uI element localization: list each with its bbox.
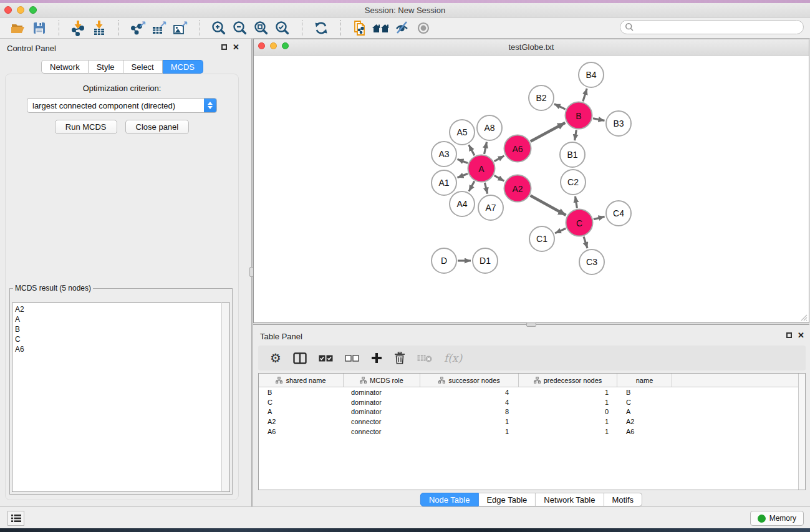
graph-edge[interactable] <box>554 104 566 109</box>
graph-edge[interactable] <box>458 173 468 177</box>
tab-mcds[interactable]: MCDS <box>163 60 203 74</box>
function-builder-icon[interactable]: f(x) <box>444 352 462 364</box>
table-row[interactable]: A6connector11A6 <box>259 427 805 437</box>
graph-edge[interactable] <box>584 236 587 248</box>
export-network-button[interactable]: ↗ <box>127 19 148 37</box>
close-table-panel-icon[interactable]: ✕ <box>798 331 804 339</box>
zoom-out-button[interactable] <box>229 19 251 37</box>
result-item[interactable]: B <box>15 324 229 334</box>
graph-edge[interactable] <box>576 196 577 208</box>
table-options-gear-icon[interactable]: ⚙ <box>270 352 281 364</box>
graph-node-B4[interactable]: B4 <box>578 62 604 88</box>
tab-edge-table[interactable]: Edge Table <box>478 493 536 506</box>
save-session-button[interactable] <box>29 19 50 37</box>
graph-edge[interactable] <box>594 216 605 219</box>
graph-node-C2[interactable]: C2 <box>560 169 586 195</box>
import-network-button[interactable] <box>67 19 89 37</box>
graph-edge[interactable] <box>593 118 605 121</box>
graph-edge[interactable] <box>575 130 577 140</box>
graph-edge[interactable] <box>485 142 487 154</box>
search-field[interactable] <box>620 20 804 34</box>
graph-node-B1[interactable]: B1 <box>559 142 586 168</box>
tab-network-table[interactable]: Network Table <box>536 493 604 506</box>
close-panel-icon[interactable]: ✕ <box>233 43 239 51</box>
graph-node-B2[interactable]: B2 <box>528 85 554 111</box>
graph-node-D1[interactable]: D1 <box>472 248 498 274</box>
table-scrollbar[interactable] <box>798 374 805 490</box>
graph-node-A[interactable]: A <box>468 155 496 183</box>
float-table-panel-icon[interactable] <box>786 332 792 338</box>
graph-node-B[interactable]: B <box>565 102 593 130</box>
graph-node-C1[interactable]: C1 <box>529 226 555 252</box>
export-table-button[interactable]: ↗ <box>148 19 170 37</box>
graph-node-A7[interactable]: A7 <box>478 195 504 221</box>
unselect-all-columns-icon[interactable] <box>345 355 359 362</box>
graph-edge[interactable] <box>469 145 475 155</box>
tab-network[interactable]: Network <box>41 60 89 74</box>
result-item[interactable]: A6 <box>15 344 229 354</box>
table-row[interactable]: Adominator80A <box>259 407 805 417</box>
show-column-icon[interactable] <box>293 352 307 364</box>
memory-button[interactable]: Memory <box>750 511 804 526</box>
zoom-in-button[interactable] <box>208 19 229 37</box>
tab-node-table[interactable]: Node Table <box>420 493 479 506</box>
graph-node-A8[interactable]: A8 <box>476 115 503 141</box>
graph-edge[interactable] <box>555 228 566 233</box>
tab-motifs[interactable]: Motifs <box>604 493 642 506</box>
tab-select[interactable]: Select <box>123 60 163 74</box>
graph-node-A4[interactable]: A4 <box>449 191 475 217</box>
column-header-shared-name[interactable]: shared name <box>259 374 344 387</box>
add-column-icon[interactable] <box>371 352 382 364</box>
hide-graphics-details-button[interactable] <box>392 19 413 37</box>
graph-node-A5[interactable]: A5 <box>449 119 475 145</box>
graph-edge[interactable] <box>458 159 468 163</box>
graph-edge[interactable] <box>494 175 504 181</box>
search-input[interactable] <box>634 22 803 32</box>
graph-edge[interactable] <box>531 195 566 215</box>
graph-edge[interactable] <box>485 183 487 194</box>
float-panel-icon[interactable] <box>221 44 227 50</box>
graph-edge[interactable] <box>531 123 566 142</box>
graph-node-A1[interactable]: A1 <box>431 170 457 196</box>
graph-node-D[interactable]: D <box>431 248 457 274</box>
export-image-button[interactable]: ↗ <box>170 19 191 37</box>
column-header-successor-nodes[interactable]: successor nodes <box>420 374 519 387</box>
table-row[interactable]: Cdominator41C <box>259 397 805 407</box>
clone-network-button[interactable] <box>349 19 370 37</box>
graph-node-A6[interactable]: A6 <box>504 135 532 163</box>
graph-edge[interactable] <box>469 181 475 191</box>
network-canvas[interactable]: B4B2BB3A5A8A6A3B1AA1C2A2A4A7C4CC1DD1C3 <box>254 56 809 322</box>
tab-style[interactable]: Style <box>89 60 123 74</box>
column-header-name[interactable]: name <box>617 374 672 387</box>
column-header-mcds-role[interactable]: MCDS role <box>344 374 420 387</box>
refresh-button[interactable] <box>311 19 332 37</box>
result-item[interactable]: C <box>15 334 229 344</box>
close-panel-button[interactable]: Close panel <box>125 120 190 134</box>
graph-node-A2[interactable]: A2 <box>504 175 532 203</box>
run-mcds-button[interactable]: Run MCDS <box>55 120 117 134</box>
table-row[interactable]: Bdominator41B <box>259 387 805 397</box>
table-row[interactable]: A2connector11A2 <box>259 417 805 427</box>
result-scrollbar[interactable] <box>221 302 230 492</box>
open-browser-home-button[interactable] <box>370 19 392 37</box>
column-header-predecessor-nodes[interactable]: predecessor nodes <box>519 374 617 387</box>
criterion-dropdown[interactable]: largest connected component (directed) <box>27 98 217 113</box>
graph-node-C3[interactable]: C3 <box>579 249 605 275</box>
result-item[interactable]: A2 <box>15 304 229 314</box>
open-session-button[interactable] <box>7 19 29 37</box>
graph-node-C4[interactable]: C4 <box>605 200 632 226</box>
task-history-button[interactable] <box>7 511 24 526</box>
show-graphics-details-button[interactable] <box>413 19 434 37</box>
graph-edge[interactable] <box>583 89 587 102</box>
zoom-fit-button[interactable] <box>251 19 272 37</box>
select-all-columns-icon[interactable] <box>319 355 333 362</box>
graph-node-C[interactable]: C <box>566 209 594 237</box>
delete-table-icon[interactable] <box>417 354 432 362</box>
graph-edge[interactable] <box>494 156 504 162</box>
graph-node-B3[interactable]: B3 <box>605 110 632 137</box>
horizontal-split-grip[interactable] <box>526 322 536 327</box>
result-item[interactable]: A <box>15 314 229 324</box>
graph-node-A3[interactable]: A3 <box>431 141 457 167</box>
zoom-selected-button[interactable] <box>272 19 293 37</box>
delete-column-icon[interactable] <box>394 352 405 364</box>
